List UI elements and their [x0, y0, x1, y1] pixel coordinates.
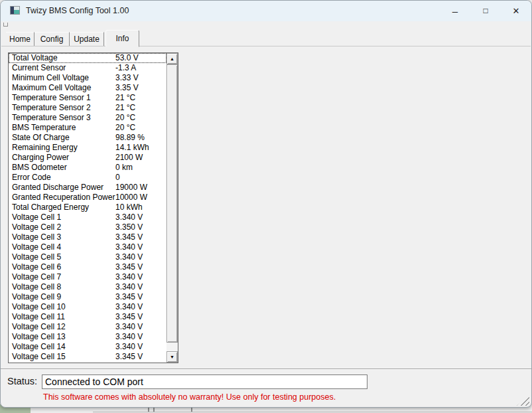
- list-item[interactable]: Voltage Cell 113.345 V: [9, 312, 166, 322]
- list-item-label: Voltage Cell 14: [12, 342, 66, 352]
- vertical-scrollbar[interactable]: ▲ ▼: [166, 53, 178, 363]
- list-item-label: Current Sensor: [12, 63, 66, 73]
- close-button[interactable]: ✕: [501, 1, 531, 21]
- list-item-value: 3.340 V: [115, 342, 143, 352]
- list-item[interactable]: Voltage Cell 13.340 V: [9, 212, 166, 222]
- list-item-value: 3.345 V: [115, 262, 143, 272]
- window-controls: – □ ✕: [440, 1, 531, 21]
- scroll-down-button[interactable]: ▼: [166, 351, 178, 363]
- list-item[interactable]: Total Charged Energy10 kWh: [9, 203, 166, 212]
- list-item-value: 10000 W: [115, 193, 147, 203]
- list-item-label: Voltage Cell 13: [12, 332, 66, 342]
- list-item-label: BMS Temperature: [12, 123, 76, 133]
- list-item[interactable]: Voltage Cell 143.340 V: [9, 342, 166, 352]
- list-item[interactable]: Error Code0: [9, 173, 166, 183]
- status-input[interactable]: [42, 374, 367, 389]
- list-item[interactable]: Granted Recuperation Power10000 W: [9, 193, 166, 203]
- tab-update[interactable]: Update: [70, 32, 104, 46]
- list-item[interactable]: Voltage Cell 73.340 V: [9, 272, 166, 282]
- tabstrip-baseline: [1, 46, 531, 46]
- status-label: Status:: [7, 376, 37, 386]
- warning-text: This software comes with absolutely no w…: [43, 392, 336, 402]
- scroll-up-button[interactable]: ▲: [166, 53, 178, 64]
- list-item[interactable]: Granted Discharge Power19000 W: [9, 183, 166, 193]
- list-item-label: Maximum Cell Voltage: [12, 83, 91, 93]
- minimize-button[interactable]: –: [440, 1, 470, 21]
- list-item-value: 3.345 V: [115, 292, 143, 302]
- scroll-down-icon: ▼: [170, 355, 174, 359]
- list-item[interactable]: Temperature Sensor 121 °C: [9, 93, 166, 103]
- app-window: Twizy BMS Config Tool 1.00 – □ ✕ HomeCon…: [0, 0, 532, 408]
- list-item-label: Voltage Cell 12: [12, 322, 66, 332]
- list-item[interactable]: BMS Temperature20 °C: [9, 123, 166, 133]
- list-item[interactable]: Temperature Sensor 320 °C: [9, 113, 166, 123]
- list-item[interactable]: Voltage Cell 153.345 V: [9, 352, 166, 362]
- list-item-value: -1.3 A: [115, 63, 136, 73]
- background-mark: [191, 408, 192, 412]
- list-item-label: Granted Recuperation Power: [12, 193, 115, 203]
- list-item-label: Temperature Sensor 2: [12, 103, 91, 113]
- list-item-value: 0 km: [115, 163, 133, 173]
- tab-info[interactable]: Info: [105, 30, 139, 47]
- list-item-label: Voltage Cell 2: [12, 222, 61, 232]
- list-item-label: Voltage Cell 10: [12, 302, 66, 312]
- background-mark: [148, 408, 149, 412]
- list-item[interactable]: Voltage Cell 43.340 V: [9, 242, 166, 252]
- list-item[interactable]: Charging Power2100 W: [9, 153, 166, 163]
- list-item[interactable]: Voltage Cell 133.340 V: [9, 332, 166, 342]
- window-title: Twizy BMS Config Tool 1.00: [26, 6, 129, 15]
- list-item[interactable]: Total Voltage53.0 V: [9, 53, 166, 63]
- list-item-label: Voltage Cell 9: [12, 292, 61, 302]
- list-item-value: 3.340 V: [115, 332, 143, 342]
- list-item-label: Voltage Cell 6: [12, 262, 61, 272]
- list-item-value: 14.1 kWh: [115, 143, 149, 153]
- list-item-value: 3.350 V: [115, 222, 143, 232]
- list-item[interactable]: BMS Odometer0 km: [9, 163, 166, 173]
- list-item[interactable]: Voltage Cell 83.340 V: [9, 282, 166, 292]
- list-item-value: 19000 W: [115, 183, 147, 193]
- form-corner-artifact: [3, 23, 8, 27]
- list-item[interactable]: Voltage Cell 23.350 V: [9, 222, 166, 232]
- list-item[interactable]: Voltage Cell 103.340 V: [9, 302, 166, 312]
- resize-grip-icon[interactable]: [517, 395, 529, 406]
- maximize-button[interactable]: □: [470, 1, 501, 21]
- list-item-label: Voltage Cell 1: [12, 212, 61, 222]
- list-item-label: Remaining Energy: [12, 143, 78, 153]
- list-item-label: Temperature Sensor 3: [12, 113, 91, 123]
- info-listbox-rows: Total Voltage53.0 VCurrent Sensor-1.3 AM…: [9, 53, 166, 363]
- list-item[interactable]: Voltage Cell 63.345 V: [9, 262, 166, 272]
- scrollbar-thumb[interactable]: [166, 64, 178, 343]
- list-item-value: 3.33 V: [115, 73, 139, 83]
- list-item-label: Temperature Sensor 1: [12, 93, 91, 103]
- titlebar[interactable]: Twizy BMS Config Tool 1.00 – □ ✕: [1, 1, 531, 21]
- list-item[interactable]: Voltage Cell 93.345 V: [9, 292, 166, 302]
- background-mark: [153, 408, 155, 412]
- list-item-value: 20 °C: [115, 123, 135, 133]
- list-item-value: 3.340 V: [115, 282, 143, 292]
- list-item[interactable]: Minimum Cell Voltage3.33 V: [9, 73, 166, 83]
- list-item-label: Voltage Cell 11: [12, 312, 65, 322]
- list-item[interactable]: State Of Charge98.89 %: [9, 133, 166, 143]
- list-item[interactable]: Voltage Cell 123.340 V: [9, 322, 166, 332]
- close-icon: ✕: [513, 1, 520, 21]
- list-item[interactable]: Voltage Cell 53.340 V: [9, 252, 166, 262]
- list-item[interactable]: Maximum Cell Voltage3.35 V: [9, 83, 166, 93]
- list-item-label: Voltage Cell 3: [12, 232, 61, 242]
- list-item-value: 21 °C: [115, 93, 135, 103]
- tab-config[interactable]: Config: [34, 32, 70, 46]
- list-item-value: 3.340 V: [115, 302, 143, 312]
- scroll-up-icon: ▲: [170, 56, 174, 61]
- info-listbox[interactable]: Total Voltage53.0 VCurrent Sensor-1.3 AM…: [8, 52, 178, 363]
- list-item-label: Total Voltage: [12, 53, 58, 63]
- list-item[interactable]: Temperature Sensor 221 °C: [9, 103, 166, 113]
- list-item-value: 10 kWh: [115, 203, 143, 212]
- list-item-label: Error Code: [12, 173, 51, 183]
- list-item[interactable]: Voltage Cell 33.345 V: [9, 232, 166, 242]
- list-item-label: BMS Odometer: [12, 163, 67, 173]
- maximize-icon: □: [483, 1, 488, 21]
- tab-home[interactable]: Home: [6, 32, 34, 46]
- list-item[interactable]: Current Sensor-1.3 A: [9, 63, 166, 73]
- list-item-label: Minimum Cell Voltage: [12, 73, 89, 83]
- list-item-value: 3.345 V: [115, 352, 143, 362]
- list-item[interactable]: Remaining Energy14.1 kWh: [9, 143, 166, 153]
